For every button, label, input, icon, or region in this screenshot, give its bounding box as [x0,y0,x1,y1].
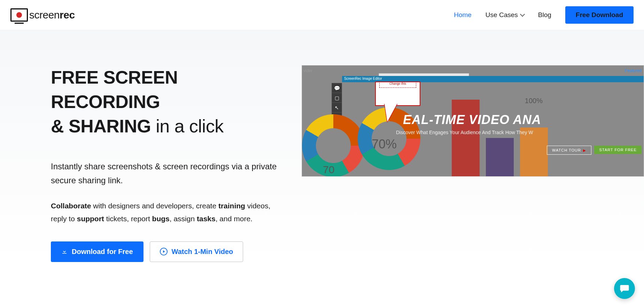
promo-featured-text: Featured [625,68,642,73]
watch-video-button[interactable]: Watch 1-Min Video [150,241,243,262]
watch-video-label: Watch 1-Min Video [172,248,233,256]
square-icon: ▢ [332,93,342,103]
percent-100-label: 100% [525,97,543,105]
download-icon [61,248,68,255]
hero-content: FREE SCREEN RECORDING & SHARING in a cli… [51,65,288,262]
play-icon [160,248,168,255]
hero-actions: Download for Free Watch 1-Min Video [51,241,288,262]
hero-section: FREE SCREEN RECORDING & SHARING in a cli… [0,30,644,262]
logo-text: screenrec [29,9,75,21]
nav-use-cases[interactable]: Use Cases [486,11,524,19]
hero-body: Collaborate with designers and developer… [51,200,288,225]
nav-download-button[interactable]: Free Download [565,6,634,24]
promo-video-thumbnail[interactable]: vider Featured ScreenRec Image Editor 💬 … [302,65,644,177]
hero-title: FREE SCREEN RECORDING & SHARING in a cli… [51,65,288,139]
logo[interactable]: screenrec [10,8,75,22]
watch-tour-button: WATCH TOUR▶ [547,146,591,155]
percent-70-label: 70% [372,137,397,152]
hero-media: vider Featured ScreenRec Image Editor 💬 … [302,65,644,262]
promo-vider-text: vider [303,68,312,73]
main-nav: Home Use Cases Blog Free Download [454,6,634,24]
chat-bubble-icon: 💬 [332,83,342,93]
chevron-down-icon [520,12,525,17]
percent-70b-label: 70 [323,164,334,176]
arrow-icon: ↖ [332,103,342,113]
nav-home[interactable]: Home [454,11,472,19]
site-header: screenrec Home Use Cases Blog Free Downl… [0,0,644,30]
nav-blog[interactable]: Blog [538,11,551,19]
download-free-label: Download for Free [72,248,133,256]
hero-subtitle: Instantly share screenshots & screen rec… [51,160,288,188]
nav-use-cases-label: Use Cases [486,11,518,19]
start-for-free-button: START FOR FREE [594,146,642,154]
annotation-callout: Change this [375,82,420,106]
promo-headline: EAL-TIME VIDEO ANA [403,113,644,127]
download-free-button[interactable]: Download for Free [51,241,143,262]
promo-subline: Discover What Engages Your Audience And … [396,130,644,135]
callout-label: Change this [379,82,416,88]
logo-icon [10,8,28,22]
